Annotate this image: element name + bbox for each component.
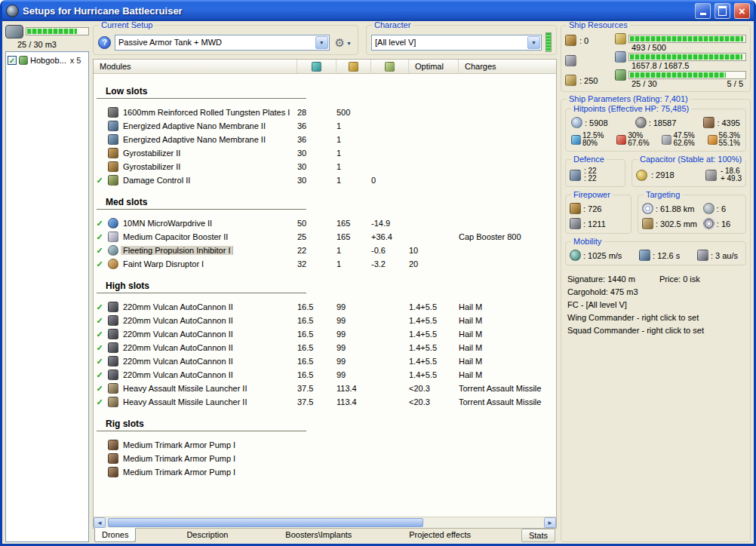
module-optimal-value: 1.4+5.5 [409, 330, 459, 339]
module-icon-cell [106, 302, 121, 312]
module-row[interactable]: 1600mm Reinforced Rolled Tungsten Plates… [94, 106, 556, 119]
module-row[interactable]: Faint Warp Disruptor I321-3.220 [94, 257, 556, 271]
scrollbar-track[interactable] [106, 517, 544, 528]
module-icon-cell [106, 329, 121, 339]
module-row[interactable]: 220mm Vulcan AutoCannon II16.5991.4+5.5H… [94, 327, 556, 341]
gyrostabilizer-icon [108, 161, 118, 172]
module-row[interactable]: 220mm Vulcan AutoCannon II16.5991.4+5.5H… [94, 341, 556, 354]
module-row[interactable]: Heavy Assault Missile Launcher II37.5113… [94, 382, 556, 395]
sensor-strength-icon [703, 218, 715, 229]
shield-hp-value: : 5908 [585, 118, 608, 127]
active-check-icon[interactable] [94, 343, 106, 353]
active-check-icon[interactable] [94, 219, 106, 229]
powergrid-column-header[interactable] [337, 60, 371, 73]
capacitor-column-header[interactable] [371, 60, 409, 73]
setup-combobox[interactable]: Passive Armor Tank + MWD [115, 35, 330, 51]
active-check-icon[interactable] [94, 259, 106, 269]
character-combobox[interactable]: [All level V] [371, 35, 542, 51]
module-row[interactable]: 220mm Vulcan AutoCannon II16.5991.4+5.5H… [94, 300, 556, 314]
active-check-icon[interactable] [94, 330, 106, 339]
powergrid-bar-fill [630, 54, 742, 60]
app-body: 25 / 30 m3 Hobgob...x 5 Current Setup Pa… [2, 21, 754, 544]
module-row[interactable]: 220mm Vulcan AutoCannon II16.5991.4+5.5H… [94, 354, 556, 368]
module-cpu-value: 16.5 [297, 370, 337, 379]
ship-parameters-group: Ship Parameters (Rating: 7,401) Hitpoint… [561, 99, 751, 542]
active-check-icon[interactable] [94, 176, 106, 186]
module-row[interactable]: 220mm Vulcan AutoCannon II16.5991.4+5.5H… [94, 314, 556, 327]
module-row[interactable]: Heavy Assault Missile Launcher II37.5113… [94, 395, 556, 409]
close-button[interactable] [734, 3, 750, 19]
module-row[interactable]: Medium Trimark Armor Pump I [94, 465, 556, 479]
defence-group: Defence : 22: 22 [565, 159, 625, 187]
module-name: Medium Trimark Armor Pump I [121, 468, 297, 477]
targeting-label: Targeting [644, 190, 682, 200]
maximize-button[interactable] [715, 3, 730, 19]
tab-drones[interactable]: Drones [94, 528, 136, 542]
module-name-text: Medium Capacitor Booster II [121, 232, 230, 241]
module-name-text: 220mm Vulcan AutoCannon II [121, 370, 235, 379]
setup-tools-button[interactable] [333, 37, 353, 48]
drone-list-item[interactable]: Hobgob...x 5 [8, 54, 87, 66]
character-combobox-value: [All level V] [375, 38, 527, 47]
hitpoints-row: : 5908 : 18587 : 4395 [570, 117, 742, 128]
max-targets: : 6 [703, 203, 742, 214]
minimize-button[interactable] [695, 3, 711, 19]
module-row[interactable]: Fleeting Propulsion Inhibitor I221-0.610 [94, 244, 556, 257]
module-optimal-value: 1.4+5.5 [409, 302, 459, 311]
resists-row: 12.5%80% 30%67.6% 47.5%62.6% 56.3%55.1% [570, 132, 742, 147]
calibration-value: : 250 [579, 76, 598, 85]
active-check-icon[interactable] [94, 357, 106, 367]
help-icon[interactable] [98, 36, 111, 49]
module-row[interactable]: Gyrostabilizer II301 [94, 160, 556, 173]
capacitor-label: Capacitor (Stable at: 100%) [638, 155, 744, 164]
module-row[interactable]: Energized Adaptive Nano Membrane II361 [94, 119, 556, 133]
drone-list[interactable]: Hobgob...x 5 [5, 51, 89, 542]
module-row[interactable]: Medium Capacitor Booster II25165+36.4Cap… [94, 230, 556, 244]
cpu-column-header[interactable] [297, 60, 337, 73]
tab-projected-effects[interactable]: Projected effects [402, 529, 478, 542]
autocannon-icon [108, 356, 118, 367]
module-cpu-value: 16.5 [297, 302, 337, 311]
powergrid-bar [628, 53, 746, 61]
scroll-right-button[interactable]: ► [544, 517, 556, 528]
module-row[interactable]: 220mm Vulcan AutoCannon II16.5991.4+5.5H… [94, 368, 556, 382]
charges-column-header[interactable]: Charges [459, 60, 556, 73]
active-check-icon[interactable] [94, 370, 106, 380]
scroll-left-button[interactable]: ◄ [94, 517, 106, 528]
tab-boosters-implants[interactable]: Boosters\Implants [278, 529, 358, 542]
max-velocity-value: : 1025 m/s [583, 251, 622, 260]
defence-icon [570, 170, 581, 181]
optimal-column-header[interactable]: Optimal [409, 60, 459, 73]
modules-table-body: Low slots1600mm Reinforced Rolled Tungst… [94, 74, 556, 517]
squad-commander[interactable]: Squad Commander - right click to set [567, 326, 744, 335]
missile-dps: : 1211 [570, 218, 627, 229]
turret-hardpoints-value: : 0 [579, 36, 589, 45]
tab-stats[interactable]: Stats [521, 529, 555, 542]
module-row[interactable]: Damage Control II3010 [94, 173, 556, 187]
module-row[interactable]: Medium Trimark Armor Pump I [94, 452, 556, 465]
wing-commander[interactable]: Wing Commander - right click to set [567, 313, 744, 322]
drone-checkbox[interactable] [8, 56, 17, 65]
cpu-column-icon [312, 62, 321, 72]
module-name: Medium Capacitor Booster II [121, 232, 297, 241]
active-check-icon[interactable] [94, 397, 106, 407]
active-check-icon[interactable] [94, 384, 106, 394]
module-name-text: Gyrostabilizer II [121, 149, 183, 158]
modules-column-header[interactable]: Modules [94, 60, 297, 73]
module-row[interactable]: Energized Adaptive Nano Membrane II361 [94, 133, 556, 146]
active-check-icon[interactable] [94, 232, 106, 242]
character-combobox-dropdown-button[interactable] [527, 36, 540, 49]
tab-description[interactable]: Description [180, 529, 235, 542]
module-cpu-value: 30 [297, 176, 337, 185]
title-bar[interactable]: Setups for Hurricane Battlecruiser [2, 0, 754, 21]
active-check-icon[interactable] [94, 302, 106, 312]
active-check-icon[interactable] [94, 246, 106, 256]
module-row[interactable]: 10MN MicroWarpdrive II50165-14.9 [94, 216, 556, 230]
module-row[interactable]: Medium Trimark Armor Pump I [94, 438, 556, 452]
setup-combobox-dropdown-button[interactable] [315, 36, 328, 49]
horizontal-scrollbar[interactable]: ◄ ► [94, 517, 556, 528]
module-row[interactable]: Gyrostabilizer II301 [94, 146, 556, 160]
dronebay-bar-fill [630, 72, 726, 78]
scrollbar-thumb[interactable] [108, 518, 423, 527]
active-check-icon[interactable] [94, 316, 106, 326]
